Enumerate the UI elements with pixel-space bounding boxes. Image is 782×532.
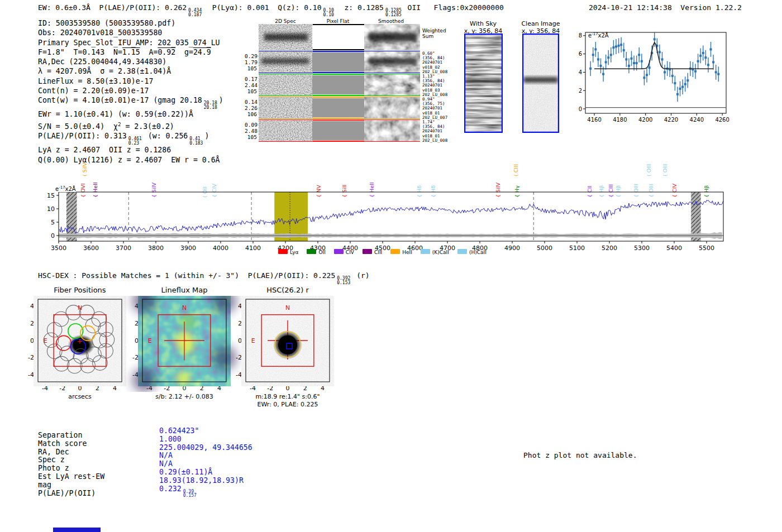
table-row: Est LyA rest-EW0.29(±0.11)Å bbox=[38, 472, 104, 481]
table-row-label: Est LyA rest-EW bbox=[38, 472, 104, 481]
svg-text:0: 0 bbox=[286, 385, 290, 392]
svg-text:-2: -2 bbox=[132, 354, 139, 361]
table-row-value: 0.2320.390.157 bbox=[159, 485, 198, 498]
table-row-label: Spec z bbox=[38, 456, 65, 464]
spectrum-legend: LyαOIICIVCIIIHeII(K)CaII(H)CaII bbox=[278, 249, 487, 255]
svg-text:2: 2 bbox=[303, 385, 307, 392]
svg-text:5200: 5200 bbox=[602, 245, 617, 252]
svg-text:-2: -2 bbox=[59, 385, 65, 392]
svg-text:4900: 4900 bbox=[504, 245, 520, 252]
svg-text:2: 2 bbox=[200, 385, 204, 392]
legend-item: (H)CaII bbox=[457, 249, 487, 255]
stacked-uncertainty: 0.3920.153 bbox=[337, 276, 350, 285]
table-row: P(LAE)/P(OII)0.2320.390.157 bbox=[38, 489, 104, 497]
svg-text:2: 2 bbox=[96, 385, 99, 392]
svg-text:0: 0 bbox=[183, 385, 187, 392]
table-row-value: 225.004029, 49.344656 bbox=[159, 443, 252, 452]
svg-text:3600: 3600 bbox=[83, 245, 99, 252]
svg-text:E: E bbox=[44, 337, 47, 344]
legend-swatch bbox=[457, 249, 467, 254]
table-row-label: Photo z bbox=[38, 464, 69, 472]
legend-item: CIV bbox=[334, 249, 354, 255]
svg-text:10: 10 bbox=[47, 205, 55, 213]
svg-text:-2: -2 bbox=[267, 385, 273, 392]
legend-swatch bbox=[278, 249, 288, 254]
svg-text:0: 0 bbox=[30, 337, 34, 344]
svg-text:3900: 3900 bbox=[180, 245, 196, 252]
svg-text:N: N bbox=[182, 304, 187, 311]
svg-text:-4: -4 bbox=[42, 385, 48, 392]
panel-title: HSC(26.2) r bbox=[246, 286, 330, 294]
panel-xlabel: arcsecs bbox=[27, 393, 133, 400]
legend-item: Lyα bbox=[278, 249, 298, 255]
photz-note: Phot z plot not available. bbox=[523, 451, 637, 459]
table-row: mag18.93(18.92,18.93)R bbox=[38, 481, 104, 489]
panel-xlabel: EWr: 0, PLAE: 0.225 bbox=[235, 401, 341, 408]
svg-text:5000: 5000 bbox=[537, 245, 552, 252]
table-row-value: 0.624423" bbox=[159, 426, 199, 435]
svg-text:4000: 4000 bbox=[213, 245, 228, 252]
partial-next-report bbox=[53, 528, 101, 532]
svg-text:-4: -4 bbox=[28, 371, 34, 378]
svg-text:4: 4 bbox=[321, 385, 325, 392]
table-row: Separation0.624423" bbox=[38, 431, 104, 439]
table-row-label: Match score bbox=[38, 439, 87, 448]
svg-text:0: 0 bbox=[135, 337, 139, 344]
table-row-label: RA, Dec bbox=[38, 448, 69, 456]
svg-text:-2: -2 bbox=[236, 354, 242, 361]
svg-text:-2: -2 bbox=[28, 354, 34, 361]
elixer-report-page: EW: 0.6±0.3Å P(LAE)/P(OII): 0.2620.4340.… bbox=[0, 0, 782, 532]
panel-title: Lineflux Map bbox=[142, 286, 226, 294]
svg-text:-4: -4 bbox=[236, 371, 242, 378]
svg-text:4: 4 bbox=[238, 303, 242, 310]
legend-item: (K)CaII bbox=[421, 249, 449, 255]
svg-text:2: 2 bbox=[135, 320, 139, 327]
legend-item: HeII bbox=[390, 249, 412, 255]
svg-text:4: 4 bbox=[30, 303, 34, 310]
panel-title: Fiber Positions bbox=[38, 286, 122, 294]
table-row: Match score1.000 bbox=[38, 439, 104, 448]
table-row-label: P(LAE)/P(OII) bbox=[38, 489, 96, 497]
hscdex-match-header: HSC-DEX : Possible Matches = 1 (within +… bbox=[38, 271, 370, 285]
table-row-value: N/A bbox=[159, 451, 173, 459]
svg-text:2: 2 bbox=[30, 320, 34, 327]
svg-text:5400: 5400 bbox=[666, 245, 682, 252]
emission-line-label: ( CIII bbox=[513, 164, 519, 176]
legend-swatch bbox=[363, 249, 372, 254]
svg-text:0: 0 bbox=[51, 232, 55, 239]
hsc-image-panel: HSC(26.2) r-4-4-2-2002244NEm:18.9 re:1.4… bbox=[223, 286, 352, 406]
svg-text:5300: 5300 bbox=[634, 245, 650, 252]
svg-text:3500: 3500 bbox=[51, 245, 66, 252]
svg-text:0: 0 bbox=[78, 385, 82, 392]
emission-line-label: ( OIII bbox=[662, 164, 668, 176]
table-row-label: mag bbox=[38, 481, 51, 489]
svg-text:4100: 4100 bbox=[245, 245, 261, 252]
table-row: RA, Dec225.004029, 49.344656 bbox=[38, 448, 104, 456]
legend-swatch bbox=[334, 249, 344, 254]
table-row: Photo zN/A bbox=[38, 464, 104, 472]
legend-item: CIII bbox=[363, 249, 382, 255]
svg-text:N: N bbox=[78, 304, 82, 311]
svg-text:5: 5 bbox=[51, 219, 55, 226]
emission-line-labels-layer: { OVI( SiIV{ HeII{ SiIV( OII{ CIV{ NV{ S… bbox=[0, 0, 782, 195]
table-row-value: 18.93(18.92,18.93)R bbox=[159, 476, 244, 485]
emission-line-label: ( OIII bbox=[646, 164, 652, 176]
svg-text:4: 4 bbox=[113, 385, 117, 392]
panel-xlabel: s/b: 2.12 +/- 0.083 bbox=[131, 393, 237, 400]
svg-text:E: E bbox=[251, 337, 255, 344]
svg-text:3800: 3800 bbox=[148, 245, 164, 252]
panel-xlabel: m:18.9 re:1.4" s:0.6" bbox=[235, 393, 341, 400]
mainspec-unit-label: e-17x2Å bbox=[55, 185, 76, 192]
legend-swatch bbox=[390, 249, 400, 254]
svg-text:5100: 5100 bbox=[569, 245, 585, 252]
emission-line-label: ( SiIV bbox=[82, 162, 88, 176]
svg-text:3700: 3700 bbox=[116, 245, 131, 252]
table-row-label: Separation bbox=[38, 431, 82, 439]
svg-text:0: 0 bbox=[238, 337, 242, 344]
table-row-value: 1.000 bbox=[159, 435, 182, 443]
svg-text:15: 15 bbox=[47, 192, 55, 199]
legend-item: OII bbox=[307, 249, 325, 255]
legend-swatch bbox=[307, 249, 316, 254]
svg-text:2: 2 bbox=[238, 320, 242, 327]
svg-text:4: 4 bbox=[217, 385, 221, 392]
